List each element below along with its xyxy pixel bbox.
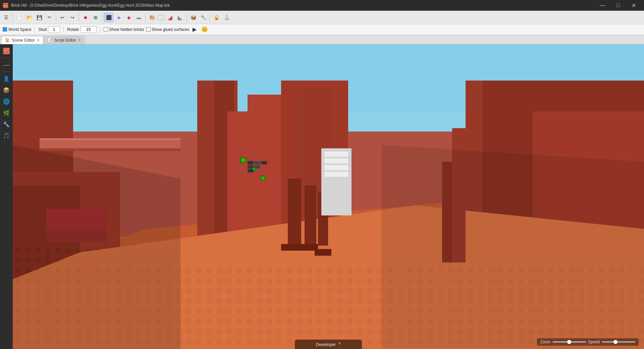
- redo-button[interactable]: ↪: [68, 13, 77, 22]
- move-button[interactable]: ◈: [114, 13, 123, 22]
- grid-button[interactable]: ⊞: [91, 13, 100, 22]
- lock-button[interactable]: 🔒: [212, 13, 221, 22]
- plugin-button[interactable]: 🔧: [199, 13, 208, 22]
- tb2-sep3: [100, 26, 100, 33]
- sep7: [210, 13, 210, 21]
- zoom-label: Zoom: [540, 340, 551, 344]
- maximize-button[interactable]: □: [610, 0, 626, 11]
- speed-slider[interactable]: [602, 341, 635, 343]
- svg-rect-33: [325, 158, 348, 163]
- show-glued-item: Show glued surfaces: [146, 27, 189, 32]
- tb2-sep2: [63, 26, 64, 33]
- rotate-label: Rotate: [67, 27, 79, 32]
- world-space-item: World Space: [3, 27, 31, 32]
- menu-button[interactable]: ☰: [1, 13, 11, 22]
- show-hidden-item: Show hidden bricks: [104, 27, 144, 32]
- svg-rect-43: [254, 165, 260, 168]
- script-editor-tab-icon: 📝: [48, 38, 52, 42]
- show-hidden-checkbox[interactable]: [104, 27, 108, 32]
- sidebar: 🧱 — 👤 📦 🌐 🌿 🔧 🎵: [0, 44, 13, 349]
- save-button[interactable]: 💾: [35, 13, 44, 22]
- sep2: [56, 13, 56, 21]
- scene-editor-tab[interactable]: 🏠 Scene Editor ✕: [1, 36, 43, 44]
- close-button[interactable]: ✕: [626, 0, 641, 11]
- mars-scene-svg: [13, 44, 644, 349]
- show-glued-checkbox[interactable]: [146, 27, 151, 32]
- scene-viewport[interactable]: Developer ^ Zoom Speed: [13, 44, 644, 349]
- developer-label: Developer: [316, 342, 336, 347]
- script-editor-tab[interactable]: 📝 Script Editor ✕: [44, 36, 85, 44]
- stud-label: Stud: [38, 27, 47, 32]
- svg-rect-25: [305, 185, 316, 246]
- svg-marker-50: [13, 145, 180, 349]
- sidebar-tools-button[interactable]: 🔧: [1, 119, 12, 130]
- sidebar-brick-button[interactable]: 🧱: [1, 46, 12, 56]
- show-hidden-label: Show hidden bricks: [109, 27, 144, 32]
- stud-item: Stud: [38, 26, 60, 33]
- world-space-checkbox[interactable]: [3, 27, 7, 32]
- scene-editor-tab-label: Scene Editor: [12, 38, 35, 43]
- svg-marker-51: [382, 145, 644, 349]
- rect-shape-button[interactable]: [157, 15, 165, 20]
- sep3: [79, 13, 79, 21]
- anchor-button[interactable]: ⚓: [222, 13, 231, 22]
- open-button[interactable]: 📂: [24, 13, 34, 22]
- script-editor-tab-close[interactable]: ✕: [78, 38, 81, 42]
- sep1: [12, 13, 13, 21]
- rotate-input[interactable]: [80, 26, 97, 33]
- sidebar-tree-button[interactable]: 🌿: [1, 107, 12, 118]
- secondary-toolbar: World Space Stud Rotate Show hidden bric…: [0, 24, 644, 35]
- svg-rect-42: [248, 165, 254, 168]
- sep5: [145, 13, 146, 21]
- window-controls: — □ ✕: [595, 0, 641, 11]
- cut-button[interactable]: ✂: [45, 13, 54, 22]
- undo-button[interactable]: ↩: [58, 13, 67, 22]
- scene-editor-tab-close[interactable]: ✕: [37, 38, 40, 42]
- show-glued-label: Show glued surfaces: [152, 27, 189, 32]
- model3d-button[interactable]: 📦: [189, 13, 198, 22]
- new-button[interactable]: 📄: [14, 13, 24, 22]
- zoom-slider[interactable]: [552, 341, 586, 343]
- tb2-sep1: [35, 26, 35, 33]
- sep4: [102, 13, 102, 21]
- svg-rect-35: [325, 172, 348, 177]
- poly-red-button[interactable]: ◢: [165, 13, 175, 22]
- sidebar-sep2: [2, 71, 10, 72]
- tab-bar: 🏠 Scene Editor ✕ 📝 Script Editor ✕: [0, 35, 644, 44]
- minimize-button[interactable]: —: [595, 0, 610, 11]
- sidebar-model-button[interactable]: 📦: [1, 85, 12, 95]
- world-space-label: World Space: [8, 27, 31, 32]
- svg-rect-36: [241, 158, 246, 162]
- poly-gray-button[interactable]: ◣: [175, 13, 185, 22]
- svg-rect-34: [325, 165, 348, 170]
- svg-rect-40: [254, 161, 260, 164]
- developer-bar: Developer ^: [295, 340, 362, 349]
- play-button[interactable]: ▶: [191, 26, 198, 33]
- sidebar-globe-button[interactable]: 🌐: [1, 96, 12, 107]
- sidebar-sep1: [2, 58, 10, 58]
- face-button[interactable]: 😊: [200, 26, 209, 33]
- svg-rect-39: [248, 161, 254, 164]
- main-area: 🧱 — 👤 📦 🌐 🌿 🔧 🎵: [0, 44, 644, 349]
- stud-input[interactable]: [48, 26, 60, 33]
- svg-rect-8: [40, 148, 180, 151]
- script-editor-tab-label: Script Editor: [54, 38, 76, 43]
- titlebar: 🧱 Brick Hill - D:/OneDrive/Desktop/Brick…: [0, 0, 644, 11]
- sidebar-music-button[interactable]: 🎵: [1, 130, 12, 141]
- svg-rect-38: [261, 176, 265, 180]
- developer-arrow[interactable]: ^: [338, 342, 341, 347]
- svg-rect-27: [281, 244, 301, 251]
- svg-rect-24: [288, 179, 301, 246]
- svg-rect-45: [40, 138, 180, 140]
- zoom-speed-bar: Zoom Speed: [537, 338, 639, 346]
- scale-button[interactable]: ▬: [134, 13, 144, 22]
- sidebar-avatar-button[interactable]: 👤: [1, 73, 12, 84]
- svg-rect-29: [315, 249, 331, 256]
- svg-rect-32: [325, 152, 348, 157]
- brick-red-button[interactable]: ■: [81, 13, 90, 22]
- paint-button[interactable]: 🎨: [147, 13, 157, 22]
- svg-rect-41: [261, 161, 267, 164]
- rotate-button[interactable]: ◆: [124, 13, 133, 22]
- sidebar-minus-button[interactable]: —: [1, 59, 12, 70]
- select-button[interactable]: ⬛: [104, 13, 113, 22]
